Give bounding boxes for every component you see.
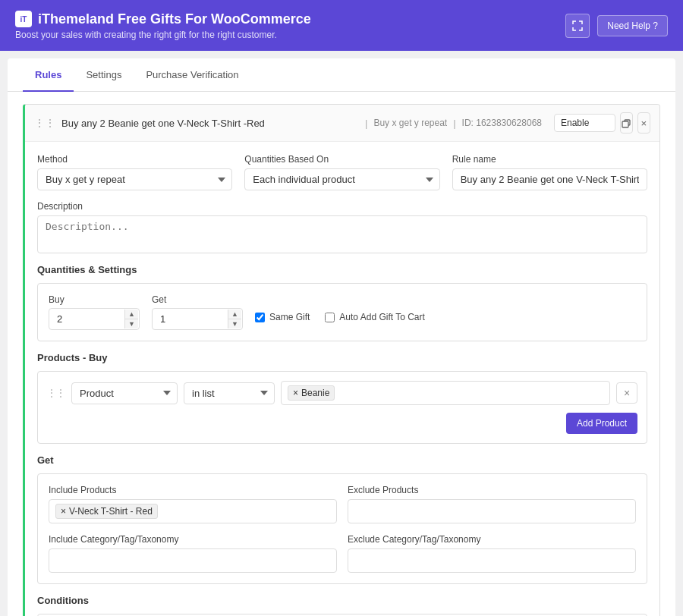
rule-copy-button[interactable] bbox=[620, 112, 633, 134]
get-spinner: ▲ ▼ bbox=[228, 310, 241, 328]
checkboxes-wrap: Same Gift Auto Add Gift To Cart bbox=[255, 312, 425, 330]
tabs-bar: Rules Settings Purchase Verification bbox=[8, 58, 675, 92]
rule-name-group: Rule name bbox=[452, 154, 647, 190]
conditions-title: Conditions bbox=[37, 595, 647, 606]
same-gift-label: Same Gift bbox=[269, 312, 310, 322]
products-buy-inner: ⋮⋮ Product Category Tag in list not in l… bbox=[37, 371, 647, 444]
get-grid: Include Products × V-Neck T-Shirt - Red … bbox=[49, 485, 636, 573]
get-section-title: Get bbox=[37, 454, 647, 466]
get-increment[interactable]: ▲ bbox=[228, 310, 241, 319]
buy-spinner: ▲ ▼ bbox=[124, 310, 138, 328]
exclude-cat-field: Exclude Category/Tag/Taxonomy bbox=[348, 534, 636, 573]
product-row-remove-button[interactable]: × bbox=[616, 382, 637, 404]
auto-add-checkbox[interactable] bbox=[325, 313, 335, 322]
exclude-cat-input[interactable] bbox=[348, 548, 636, 573]
rule-header: ⋮⋮ Buy any 2 Beanie get one V-Neck T-Shi… bbox=[25, 105, 659, 142]
rule-actions: Enable Disable × bbox=[554, 112, 650, 134]
buy-increment[interactable]: ▲ bbox=[124, 310, 138, 319]
main-container: Rules Settings Purchase Verification ⋮⋮ … bbox=[8, 58, 675, 616]
rule-card: ⋮⋮ Buy any 2 Beanie get one V-Neck T-Shi… bbox=[23, 104, 660, 616]
content-area: ⋮⋮ Buy any 2 Beanie get one V-Neck T-Shi… bbox=[8, 92, 675, 616]
rule-type: Buy x get y repeat bbox=[373, 118, 447, 128]
same-gift-group: Same Gift bbox=[255, 312, 310, 322]
tab-rules[interactable]: Rules bbox=[23, 58, 74, 91]
rule-close-button[interactable]: × bbox=[637, 112, 650, 134]
add-product-button[interactable]: Add Product bbox=[566, 413, 637, 434]
description-label: Description bbox=[37, 201, 647, 212]
app-header: iT iThemeland Free Gifts For WooCommerce… bbox=[0, 0, 683, 51]
help-button[interactable]: Need Help ? bbox=[597, 15, 668, 36]
close-icon: × bbox=[641, 118, 647, 129]
rule-name-input[interactable] bbox=[452, 168, 647, 190]
get-input-wrap: ▲ ▼ bbox=[152, 308, 243, 330]
app-subtitle: Boost your sales with creating the right… bbox=[15, 30, 311, 40]
tag-label: Beanie bbox=[301, 388, 329, 398]
include-cat-label: Include Category/Tag/Taxonomy bbox=[49, 534, 337, 545]
tab-purchase-verification[interactable]: Purchase Verification bbox=[134, 58, 250, 91]
fullscreen-button[interactable] bbox=[565, 14, 590, 38]
include-tag-label: V-Neck T-Shirt - Red bbox=[69, 506, 153, 517]
get-inner: Include Products × V-Neck T-Shirt - Red … bbox=[37, 473, 647, 584]
auto-add-label: Auto Add Gift To Cart bbox=[339, 312, 425, 322]
tab-settings[interactable]: Settings bbox=[74, 58, 134, 91]
products-buy-title: Products - Buy bbox=[37, 352, 647, 363]
quantities-based-label: Quantities Based On bbox=[244, 154, 439, 165]
quantities-based-select[interactable]: Each individual product Total quantity T… bbox=[244, 168, 439, 190]
product-condition-select[interactable]: in list not in list bbox=[184, 382, 275, 404]
include-cat-field: Include Category/Tag/Taxonomy bbox=[49, 534, 337, 573]
include-tag-remove: × bbox=[61, 506, 66, 517]
include-product-tag: × V-Neck T-Shirt - Red bbox=[55, 504, 158, 519]
same-gift-checkbox[interactable] bbox=[255, 313, 265, 322]
method-select[interactable]: Buy x get y repeat Buy x get y Fixed Per… bbox=[37, 168, 232, 190]
buy-label: Buy bbox=[49, 294, 140, 305]
svg-rect-0 bbox=[622, 121, 628, 127]
get-qty-group: Get ▲ ▼ bbox=[152, 294, 243, 330]
rule-name-label: Rule name bbox=[452, 154, 647, 165]
rule-sep1: | bbox=[365, 118, 367, 129]
product-drag-handle[interactable]: ⋮⋮ bbox=[47, 388, 65, 398]
buy-group: Buy ▲ ▼ bbox=[49, 294, 140, 330]
description-textarea[interactable] bbox=[37, 215, 647, 253]
include-products-label: Include Products bbox=[49, 485, 337, 495]
product-type-select[interactable]: Product Category Tag bbox=[71, 382, 178, 404]
include-cat-input[interactable] bbox=[49, 548, 337, 573]
app-logo: iT bbox=[15, 11, 32, 27]
app-title: iT iThemeland Free Gifts For WooCommerce bbox=[15, 11, 311, 27]
get-section: Include Products × V-Neck T-Shirt - Red … bbox=[37, 473, 647, 584]
exclude-products-input[interactable] bbox=[348, 499, 636, 523]
exclude-cat-label: Exclude Category/Tag/Taxonomy bbox=[348, 534, 636, 545]
products-buy-section: ⋮⋮ Product Category Tag in list not in l… bbox=[37, 371, 647, 444]
qty-settings-box: Buy ▲ ▼ Get bbox=[37, 283, 647, 341]
rule-enable-select[interactable]: Enable Disable bbox=[554, 114, 615, 132]
exclude-products-field: Exclude Products bbox=[348, 485, 636, 523]
product-tags-input[interactable]: × Beanie bbox=[281, 381, 610, 405]
product-row: ⋮⋮ Product Category Tag in list not in l… bbox=[47, 381, 637, 405]
tag-remove-icon: × bbox=[293, 388, 298, 398]
quantities-based-group: Quantities Based On Each individual prod… bbox=[244, 154, 439, 190]
method-label: Method bbox=[37, 154, 232, 165]
exclude-products-label: Exclude Products bbox=[348, 485, 636, 495]
method-group: Method Buy x get y repeat Buy x get y Fi… bbox=[37, 154, 232, 190]
buy-input-wrap: ▲ ▼ bbox=[49, 308, 140, 330]
get-decrement[interactable]: ▼ bbox=[228, 319, 241, 328]
rule-sep2: | bbox=[453, 118, 455, 129]
qty-row: Buy ▲ ▼ Get bbox=[49, 294, 636, 330]
include-products-field: Include Products × V-Neck T-Shirt - Red bbox=[49, 485, 337, 523]
header-right: Need Help ? bbox=[565, 14, 668, 38]
description-group: Description bbox=[37, 201, 647, 253]
get-qty-label: Get bbox=[152, 294, 243, 305]
method-row: Method Buy x get y repeat Buy x get y Fi… bbox=[37, 154, 647, 190]
buy-decrement[interactable]: ▼ bbox=[124, 319, 138, 328]
qty-settings-title: Quantities & Settings bbox=[37, 264, 647, 275]
auto-add-group: Auto Add Gift To Cart bbox=[325, 312, 425, 322]
include-products-input[interactable]: × V-Neck T-Shirt - Red bbox=[49, 499, 337, 523]
rule-body: Method Buy x get y repeat Buy x get y Fi… bbox=[25, 142, 659, 616]
rule-id: ID: 1623830628068 bbox=[462, 118, 542, 128]
header-left: iT iThemeland Free Gifts For WooCommerce… bbox=[15, 11, 311, 40]
rule-title: Buy any 2 Beanie get one V-Neck T-Shirt … bbox=[61, 118, 359, 129]
rule-drag-handle[interactable]: ⋮⋮ bbox=[34, 117, 55, 129]
add-product-row: Add Product bbox=[47, 413, 637, 434]
product-tag-beanie: × Beanie bbox=[288, 385, 335, 401]
